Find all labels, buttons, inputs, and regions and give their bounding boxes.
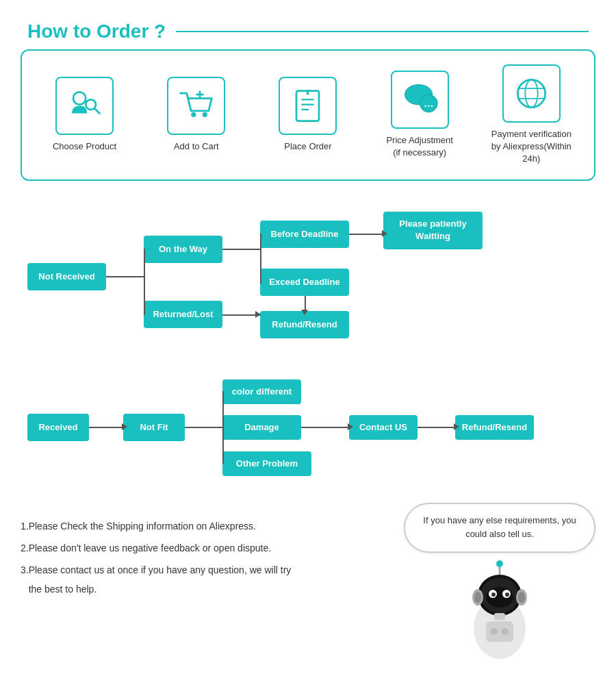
price-adj-icon: … bbox=[401, 81, 439, 119]
place-order-icon bbox=[289, 87, 326, 125]
title-line bbox=[176, 31, 589, 32]
place-order-icon-box bbox=[279, 77, 337, 135]
svg-line-2 bbox=[94, 108, 99, 113]
svg-point-36 bbox=[496, 560, 503, 567]
svg-point-15 bbox=[517, 79, 545, 107]
choose-product-icon bbox=[66, 87, 103, 125]
order-steps-box: Choose Product Add to Cart bbox=[21, 49, 595, 181]
svg-rect-31 bbox=[494, 613, 505, 620]
line-branch-v bbox=[144, 249, 145, 315]
node-refund-resend1: Refund/Resend bbox=[260, 311, 349, 338]
node-color-diff: color different bbox=[222, 379, 301, 404]
line-branch3-v bbox=[222, 391, 224, 464]
line-dmg-cu bbox=[301, 427, 349, 428]
payment-verify-label: Payment verificationby Aliexpress(Within… bbox=[483, 128, 579, 166]
node-returned-lost: Returned/Lost bbox=[144, 301, 222, 328]
node-received: Received bbox=[27, 414, 89, 441]
node-refund-resend2: Refund/Resend bbox=[455, 415, 534, 440]
node-before-deadline: Before Deadline bbox=[260, 221, 349, 248]
add-to-cart-icon-box bbox=[167, 77, 225, 135]
node-please-wait: Please patiently Waitting bbox=[383, 212, 483, 249]
node-damage: Damage bbox=[222, 415, 301, 440]
arrow-rl-rr bbox=[255, 311, 261, 318]
svg-point-30 bbox=[518, 592, 525, 603]
arrow-bd-pw bbox=[382, 230, 387, 237]
step-choose-product: Choose Product bbox=[37, 77, 133, 153]
arrow-r-nf bbox=[122, 423, 127, 430]
svg-point-4 bbox=[203, 112, 207, 117]
line-ed-refund bbox=[305, 296, 306, 311]
price-adj-label: Price Adjustment(if necessary) bbox=[386, 134, 453, 159]
node-not-received: Not Received bbox=[27, 263, 106, 290]
svg-point-22 bbox=[486, 587, 513, 608]
line-nr-branch bbox=[106, 276, 144, 277]
flowchart-received: Received Not Fit color different Damage … bbox=[14, 352, 602, 503]
bubble-text: If you have any else requirements, you c… bbox=[423, 515, 576, 540]
svg-point-16 bbox=[525, 79, 537, 107]
svg-point-29 bbox=[474, 592, 481, 603]
choose-product-label: Choose Product bbox=[53, 140, 116, 153]
place-order-label: Place Order bbox=[284, 140, 331, 153]
flowchart-not-received: Not Received On the Way Returned/Lost Be… bbox=[14, 201, 602, 359]
svg-point-26 bbox=[505, 593, 509, 597]
bot-area: If you have any else requirements, you c… bbox=[404, 503, 595, 670]
line-rl-rr bbox=[222, 314, 260, 316]
speech-bubble: If you have any else requirements, you c… bbox=[404, 503, 595, 553]
svg-point-3 bbox=[191, 112, 196, 117]
node-not-fit: Not Fit bbox=[123, 414, 185, 441]
payment-verify-icon bbox=[513, 75, 550, 112]
line-branch2-v bbox=[260, 234, 261, 284]
step-place-order: Place Order bbox=[260, 77, 356, 153]
line-bd-pw bbox=[349, 234, 383, 235]
choose-product-icon-box bbox=[55, 77, 114, 135]
flow1-container: Not Received On the Way Returned/Lost Be… bbox=[14, 201, 602, 359]
node-other-problem: Other Problem bbox=[222, 451, 311, 476]
line-otw-branch2 bbox=[222, 249, 260, 250]
svg-rect-7 bbox=[296, 91, 319, 121]
line-nf-branch bbox=[185, 427, 222, 428]
add-to-cart-label: Add to Cart bbox=[174, 140, 219, 153]
step-payment-verify: Payment verificationby Aliexpress(Within… bbox=[483, 64, 579, 166]
svg-point-25 bbox=[491, 593, 496, 597]
arrow-cu-rr bbox=[454, 423, 459, 430]
add-to-cart-icon bbox=[177, 87, 215, 125]
svg-text:…: … bbox=[424, 98, 434, 109]
arrow-ed-refund bbox=[301, 310, 308, 315]
line-cu-rr bbox=[418, 427, 455, 428]
line-r-nf bbox=[89, 427, 123, 428]
flow2-container: Received Not Fit color different Damage … bbox=[14, 352, 602, 503]
svg-rect-32 bbox=[486, 621, 513, 642]
robot-figure bbox=[445, 560, 554, 669]
step-price-adj: … Price Adjustment(if necessary) bbox=[372, 71, 467, 159]
step-add-to-cart: Add to Cart bbox=[149, 77, 244, 153]
node-exceed-deadline: Exceed Deadline bbox=[260, 269, 349, 296]
node-on-the-way: On the Way bbox=[144, 236, 222, 263]
bottom-section: 1.Please Check the Shipping information … bbox=[21, 516, 595, 653]
section-title: How to Order ? bbox=[0, 0, 616, 49]
svg-point-0 bbox=[73, 92, 86, 105]
svg-point-33 bbox=[491, 628, 498, 635]
price-adj-icon-box: … bbox=[391, 71, 449, 129]
node-contact-us: Contact US bbox=[349, 415, 418, 440]
title-text: How to Order ? bbox=[27, 21, 166, 42]
svg-point-34 bbox=[502, 628, 509, 635]
payment-verify-icon-box bbox=[502, 64, 561, 123]
arrow-dmg-cu bbox=[348, 423, 353, 430]
